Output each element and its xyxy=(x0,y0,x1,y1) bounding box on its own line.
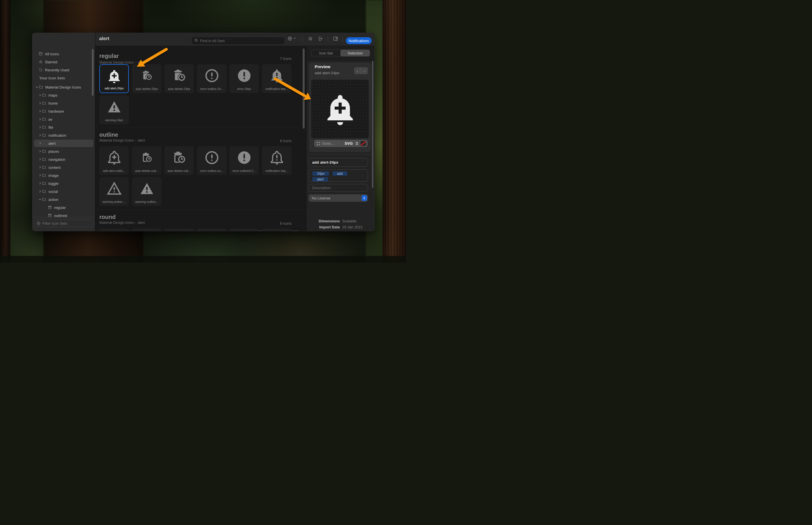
icon-tile[interactable] xyxy=(99,228,129,231)
sidebar-item-file[interactable]: file xyxy=(32,123,95,131)
icon-tile[interactable]: notification imp... xyxy=(262,64,292,93)
sidebar-item-home[interactable]: home xyxy=(32,99,95,107)
star-icon[interactable] xyxy=(308,36,313,42)
notifications-button[interactable]: Notifications xyxy=(346,37,372,44)
icon-tile[interactable]: error outline-24... xyxy=(197,64,227,93)
trash-clock-filled-icon xyxy=(171,68,187,84)
chevron-right-icon[interactable] xyxy=(38,125,42,129)
chevron-right-icon[interactable] xyxy=(38,118,42,121)
icon-tile[interactable]: error outline-ou... xyxy=(197,146,227,175)
breadcrumb-leaf[interactable]: alert xyxy=(138,221,145,225)
icon-tile[interactable]: auto delete-20px xyxy=(132,64,161,93)
breadcrumb-leaf[interactable]: alert xyxy=(138,60,145,64)
sidebar-item-alert[interactable]: alert xyxy=(32,139,95,147)
sidebar-item-toggle[interactable]: toggle xyxy=(32,179,95,188)
icon-tile[interactable] xyxy=(229,228,259,231)
icon-tile[interactable]: auto delete-outl... xyxy=(165,146,194,175)
chevron-right-icon[interactable] xyxy=(38,190,42,193)
icon-tile[interactable]: error-24px xyxy=(229,64,259,93)
chevron-left-icon[interactable]: ‹ xyxy=(354,68,361,74)
chevron-down-icon[interactable] xyxy=(38,198,42,201)
chevron-right-icon[interactable] xyxy=(38,141,42,145)
folder-icon xyxy=(42,101,46,105)
sidebar-item-action[interactable]: action xyxy=(32,195,95,204)
icon-tile[interactable] xyxy=(262,228,292,231)
chevron-down-icon[interactable] xyxy=(35,86,38,89)
breadcrumb-leaf[interactable]: alert xyxy=(138,138,145,142)
icon-tile[interactable]: warning amber-... xyxy=(99,177,129,206)
icon-tile[interactable]: warning-outline... xyxy=(132,177,161,206)
chevron-right-icon[interactable] xyxy=(38,102,42,105)
icon-tile[interactable] xyxy=(197,228,227,231)
chevron-right-icon[interactable] xyxy=(38,93,42,97)
chevron-right-icon[interactable] xyxy=(38,134,42,137)
icon-tile[interactable] xyxy=(165,228,194,231)
panel-right-icon[interactable] xyxy=(333,36,339,42)
icon-tile[interactable]: error-outlined-2... xyxy=(229,146,259,175)
tab-selection[interactable]: Selection xyxy=(340,49,370,57)
sidebar-item-regular[interactable]: regular xyxy=(32,204,95,211)
icon-name-input[interactable] xyxy=(309,160,363,165)
sidebar-item-all-icons[interactable]: All Icons xyxy=(32,50,95,58)
icon-name-field[interactable] xyxy=(309,158,368,167)
sidebar-section-header: Your Icon Sets xyxy=(32,74,95,82)
search-field[interactable] xyxy=(192,37,284,44)
tab-icon-set[interactable]: Icon Set xyxy=(311,50,341,56)
sidebar-item-label: alert xyxy=(48,141,56,146)
icon-tile[interactable] xyxy=(132,228,161,231)
chevron-right-icon[interactable] xyxy=(38,182,42,185)
star-icon xyxy=(38,60,43,64)
stepper-icon xyxy=(355,141,359,146)
breadcrumb-set[interactable]: Material Design Icons xyxy=(99,138,134,142)
icon-tile[interactable]: notification imp... xyxy=(262,146,292,175)
tag-chip[interactable]: alert xyxy=(312,177,328,181)
sidebar-item-notification[interactable]: notification xyxy=(32,131,95,139)
breadcrumb-set[interactable]: Material Design Icons xyxy=(99,60,134,64)
folder-icon xyxy=(42,165,46,170)
sidebar-item-starred[interactable]: Starred xyxy=(32,58,95,66)
content-scrollbar[interactable] xyxy=(303,48,304,129)
license-select[interactable]: No License xyxy=(309,194,368,202)
filter-input[interactable] xyxy=(42,221,85,226)
sidebar-item-social[interactable]: social xyxy=(32,188,95,195)
inspector-scrollbar[interactable] xyxy=(372,61,373,188)
chevron-right-icon[interactable] xyxy=(38,174,42,177)
sidebar-item-av[interactable]: av xyxy=(32,115,95,123)
sidebar-item-material-design-icons[interactable]: Material Design Icons xyxy=(32,83,95,91)
icon-tile[interactable]: add alert-24px xyxy=(99,64,129,93)
sizes-bar: Sizes... SVG xyxy=(314,140,368,147)
sidebar-item-recently-used[interactable]: Recently Used xyxy=(32,66,95,74)
description-field[interactable] xyxy=(309,184,368,192)
sidebar-item-content[interactable]: content xyxy=(32,163,95,171)
icon-tile[interactable]: add alert-outlin... xyxy=(99,146,129,175)
sidebar-item-outlined[interactable]: outlined xyxy=(32,211,95,220)
color-well[interactable] xyxy=(360,141,366,146)
icon-tile[interactable]: auto delete-outl... xyxy=(132,146,161,175)
tag-chip[interactable]: 24px xyxy=(312,171,329,176)
filter-field[interactable] xyxy=(34,220,93,227)
sidebar-item-hardware[interactable]: hardware xyxy=(32,107,95,115)
tag-chip[interactable]: add xyxy=(332,171,347,176)
sidebar-item-places[interactable]: places xyxy=(32,147,95,155)
sidebar-item-navigation[interactable]: navigation xyxy=(32,155,95,163)
chevron-right-icon[interactable] xyxy=(38,150,42,153)
sizes-field[interactable]: Sizes... xyxy=(314,141,341,146)
sidebar-item-image[interactable]: image xyxy=(32,171,95,179)
chevron-right-icon[interactable] xyxy=(38,158,42,161)
sidebar-scrollbar[interactable] xyxy=(92,49,94,96)
chevron-right-icon[interactable]: › xyxy=(361,68,368,74)
export-icon[interactable] xyxy=(317,36,323,42)
chevron-down-icon[interactable] xyxy=(293,37,299,42)
preview-subtitle: add alert-24px xyxy=(315,71,339,75)
filter-icon[interactable] xyxy=(287,36,293,42)
description-input[interactable] xyxy=(309,186,363,190)
icon-tile[interactable]: auto delete-24px xyxy=(165,64,194,93)
format-select[interactable]: SVG xyxy=(342,141,368,146)
no-color-slash xyxy=(360,141,366,146)
breadcrumb-set[interactable]: Material Design Icons xyxy=(99,221,134,225)
sidebar-item-maps[interactable]: maps xyxy=(32,91,95,99)
chevron-right-icon[interactable] xyxy=(38,109,42,113)
icon-tile[interactable]: warning-24px xyxy=(99,95,129,124)
chevron-right-icon[interactable] xyxy=(38,166,42,169)
search-input[interactable] xyxy=(200,39,272,43)
